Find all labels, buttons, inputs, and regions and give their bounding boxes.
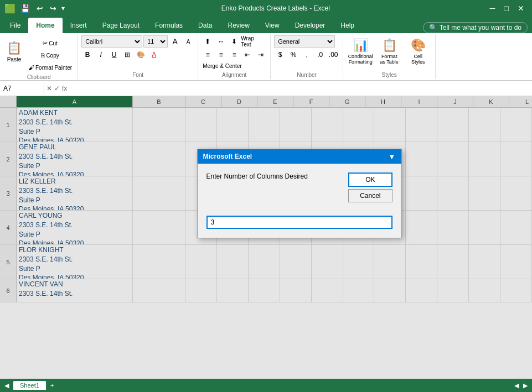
number-group: General $ % , .0 .00 Number: [271, 34, 343, 79]
format-table-icon: 📋: [382, 38, 397, 53]
alignment-group: ⬆ ↔ ⬇ Wrap Text ≡ ≡ ≡ ⇤ ⇥ Merge & Center…: [198, 34, 271, 79]
align-right-button[interactable]: ≡: [228, 49, 240, 61]
merge-center-button[interactable]: Merge & Center: [202, 62, 243, 70]
font-color-button[interactable]: A: [148, 49, 160, 61]
increase-decimal-button[interactable]: .0: [314, 49, 326, 61]
percent-button[interactable]: %: [287, 49, 299, 61]
status-bar: ◀ Sheet1 + ◀ ▶: [0, 379, 532, 392]
tell-me-label: Tell me what you want to do: [440, 24, 521, 32]
decrease-font-size-button[interactable]: A: [182, 35, 194, 48]
format-table-label: Format as Table: [379, 54, 400, 65]
paste-label: Paste: [7, 56, 22, 62]
restore-button[interactable]: □: [501, 0, 512, 17]
add-sheet-button[interactable]: +: [50, 382, 54, 389]
decrease-decimal-button[interactable]: .00: [327, 49, 339, 61]
font-row2: B I U ⊞ 🎨 A: [81, 49, 160, 61]
align-center-button[interactable]: ≡: [215, 49, 227, 61]
dialog-overlay: Microsoft Excel ▾ Enter Number of Column…: [0, 96, 532, 379]
copy-icon: ⎘: [41, 52, 45, 59]
ribbon: 📋 Paste ✂ Cut ⎘ Copy 🖌 Format Painter Cl…: [0, 33, 532, 81]
tab-review[interactable]: Review: [220, 18, 257, 33]
formula-bar: A7 ✕ ✓ fx: [0, 81, 532, 96]
align-middle-button[interactable]: ↔: [215, 35, 227, 48]
copy-button[interactable]: ⎘ Copy: [26, 50, 74, 61]
save-button[interactable]: 💾: [19, 4, 32, 13]
minimize-button[interactable]: ─: [487, 0, 499, 17]
borders-button[interactable]: ⊞: [121, 49, 133, 61]
font-size-select[interactable]: 11: [143, 35, 168, 48]
formula-input[interactable]: [69, 85, 532, 92]
tab-home[interactable]: Home: [28, 18, 62, 33]
dialog-cancel-button[interactable]: Cancel: [348, 189, 392, 202]
dialog: Microsoft Excel ▾ Enter Number of Column…: [197, 149, 402, 238]
horizontal-scrollbar-right[interactable]: ▶: [523, 382, 528, 389]
styles-label: Styles: [347, 71, 432, 78]
tab-help[interactable]: Help: [333, 18, 362, 33]
dialog-ok-button[interactable]: OK: [348, 173, 392, 187]
tab-page-layout[interactable]: Page Layout: [95, 18, 147, 33]
tab-data[interactable]: Data: [190, 18, 220, 33]
underline-button[interactable]: U: [108, 49, 120, 61]
cut-icon: ✂: [43, 40, 48, 47]
comma-button[interactable]: ,: [301, 49, 313, 61]
alignment-row2: ≡ ≡ ≡ ⇤ ⇥: [202, 49, 267, 61]
cell-styles-button[interactable]: 🎨 Cell Styles: [404, 35, 432, 67]
scroll-left-button[interactable]: ◀: [4, 382, 9, 389]
increase-font-size-button[interactable]: A: [169, 35, 181, 48]
horizontal-scrollbar-left[interactable]: ◀: [514, 382, 519, 389]
window-title: Enko Products Create Labels - Excel: [65, 4, 487, 12]
format-painter-label: Format Painter: [35, 65, 72, 71]
align-top-button[interactable]: ⬆: [202, 35, 214, 48]
accounting-button[interactable]: $: [274, 49, 286, 61]
tab-view[interactable]: View: [257, 18, 287, 33]
tab-insert[interactable]: Insert: [63, 18, 95, 33]
cell-reference-box[interactable]: A7: [0, 81, 44, 96]
align-bottom-button[interactable]: ⬇: [228, 35, 240, 48]
dialog-title-bar: Microsoft Excel ▾: [198, 149, 401, 164]
title-bar-left: 🟩 💾 ↩ ↪ ▾: [4, 3, 65, 14]
increase-indent-button[interactable]: ⇥: [255, 49, 267, 61]
cell-styles-label: Cell Styles: [407, 54, 428, 65]
font-content: Calibri 11 A A B I U ⊞ 🎨 A: [81, 35, 194, 71]
number-format-select[interactable]: General: [274, 35, 335, 48]
number-label: Number: [274, 71, 339, 78]
sheet1-tab[interactable]: Sheet1: [13, 381, 46, 390]
dialog-columns-input[interactable]: [206, 216, 392, 229]
format-painter-button[interactable]: 🖌 Format Painter: [26, 62, 74, 73]
dialog-body: Enter Number of Columns Desired OK Cance…: [198, 164, 401, 238]
tab-file[interactable]: File: [2, 18, 28, 33]
format-as-table-button[interactable]: 📋 Format as Table: [375, 35, 403, 67]
italic-button[interactable]: I: [95, 49, 107, 61]
dialog-input-row: [206, 211, 392, 229]
tab-formulas[interactable]: Formulas: [147, 18, 190, 33]
paste-button[interactable]: 📋 Paste: [3, 35, 25, 67]
number-row2: $ % , .0 .00: [274, 49, 339, 61]
dialog-buttons: OK Cancel: [348, 173, 392, 202]
cut-button[interactable]: ✂ Cut: [26, 38, 74, 49]
font-family-select[interactable]: Calibri: [81, 35, 142, 48]
confirm-formula-button[interactable]: ✓: [54, 85, 60, 92]
cancel-formula-button[interactable]: ✕: [47, 85, 52, 92]
format-painter-icon: 🖌: [28, 64, 34, 71]
redo-button[interactable]: ↪: [48, 4, 58, 13]
wrap-text-button[interactable]: Wrap Text: [241, 35, 254, 48]
cell-styles-icon: 🎨: [411, 38, 426, 53]
conditional-formatting-button[interactable]: 📊 Conditional Formatting: [347, 35, 374, 67]
dialog-message: Enter Number of Columns Desired: [206, 173, 308, 180]
title-bar: 🟩 💾 ↩ ↪ ▾ Enko Products Create Labels - …: [0, 0, 532, 17]
align-left-button[interactable]: ≡: [202, 49, 214, 61]
status-bar-left: ◀ Sheet1 +: [4, 381, 54, 390]
clipboard-content: 📋 Paste ✂ Cut ⎘ Copy 🖌 Format Painter: [3, 35, 74, 73]
close-button[interactable]: ✕: [514, 0, 528, 17]
number-content: General $ % , .0 .00: [274, 35, 339, 71]
insert-function-button[interactable]: fx: [62, 85, 67, 92]
tab-developer[interactable]: Developer: [287, 18, 333, 33]
fill-color-button[interactable]: 🎨: [135, 49, 147, 61]
excel-logo-icon: 🟩: [4, 3, 16, 14]
paste-icon: 📋: [7, 41, 22, 55]
bold-button[interactable]: B: [81, 49, 94, 61]
undo-button[interactable]: ↩: [35, 4, 45, 13]
dialog-close-button[interactable]: ▾: [388, 153, 396, 160]
decrease-indent-button[interactable]: ⇤: [241, 49, 254, 61]
tell-me-input[interactable]: 🔍 Tell me what you want to do: [423, 22, 528, 33]
